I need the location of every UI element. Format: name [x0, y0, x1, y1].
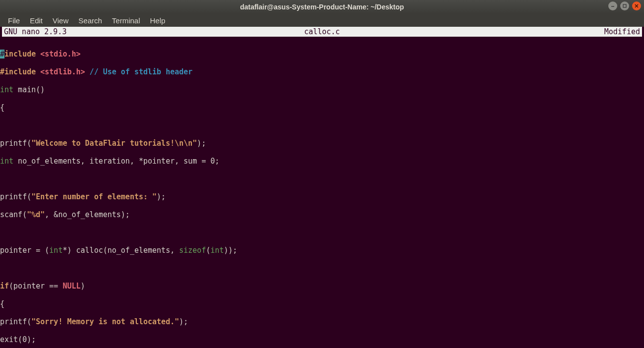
nano-filename: calloc.c	[304, 27, 340, 36]
window-title: dataflair@asus-System-Product-Name: ~/De…	[240, 3, 404, 11]
nano-modified-indicator: Modified	[604, 27, 640, 36]
menu-view[interactable]: View	[48, 15, 73, 26]
svg-rect-1	[623, 4, 626, 7]
code-line: exit(0);	[0, 335, 644, 344]
code-line	[0, 174, 644, 183]
code-line: scanf("%d", &no_of_elements);	[0, 210, 644, 219]
code-line: {	[0, 103, 644, 112]
code-line	[0, 228, 644, 237]
window-titlebar: dataflair@asus-System-Product-Name: ~/De…	[0, 0, 644, 14]
cursor: #	[0, 50, 4, 58]
editor-area[interactable]: #include <stdio.h> #include <stdlib.h> /…	[0, 37, 644, 348]
code-line: printf("Sorry! Memory is not allocated."…	[0, 317, 644, 326]
code-line: printf("Enter number of elements: ");	[0, 192, 644, 201]
nano-status-bar: GNU nano 2.9.3 calloc.c Modified	[2, 27, 642, 37]
code-line: #include <stdio.h>	[0, 50, 644, 58]
code-line: #include <stdlib.h> // Use of stdlib hea…	[0, 67, 644, 76]
code-line	[0, 121, 644, 130]
code-line: {	[0, 299, 644, 308]
nano-version: GNU nano 2.9.3	[4, 27, 66, 36]
code-line: printf("Welcome to DataFlair tutorials!\…	[0, 139, 644, 148]
code-line: int main()	[0, 85, 644, 94]
menu-help[interactable]: Help	[145, 15, 171, 26]
menubar: File Edit View Search Terminal Help	[0, 14, 644, 27]
maximize-button[interactable]	[620, 1, 629, 10]
code-line: int no_of_elements, iteration, *pointer,…	[0, 157, 644, 166]
code-line: pointer = (int*) calloc(no_of_elements, …	[0, 246, 644, 255]
menu-search[interactable]: Search	[73, 15, 107, 26]
minimize-button[interactable]	[608, 1, 617, 10]
code-line: if(pointer == NULL)	[0, 282, 644, 290]
menu-edit[interactable]: Edit	[25, 15, 48, 26]
menu-terminal[interactable]: Terminal	[107, 15, 145, 26]
window-controls	[608, 1, 641, 10]
menu-file[interactable]: File	[3, 15, 25, 26]
code-line	[0, 264, 644, 273]
close-button[interactable]	[632, 1, 641, 10]
